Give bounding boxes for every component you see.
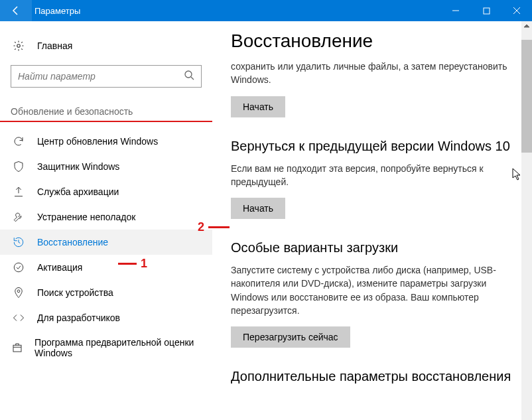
section-desc: Запустите систему с устройства либо диск… [231,263,513,317]
svg-point-3 [14,263,23,272]
sidebar-item-label: Программа предварительной оценки Windows [34,337,202,358]
sidebar-item-label: Активация [37,262,82,273]
svg-point-1 [17,44,21,48]
sidebar-item-activation[interactable]: Активация [0,255,212,280]
sidebar-item-insider[interactable]: Программа предварительной оценки Windows [0,330,212,365]
title-bar: Параметры [0,0,532,21]
sidebar: Главная Обновление и безопасность Центр … [0,21,212,420]
svg-rect-5 [13,345,21,352]
section-advanced-startup: Особые варианты загрузки Запустите систе… [231,240,513,348]
search-field[interactable] [18,71,184,82]
content-pane: Восстановление сохранить или удалить лич… [212,21,532,420]
reset-start-button[interactable]: Начать [231,96,285,117]
section-title: Особые варианты загрузки [231,240,513,255]
sidebar-item-update[interactable]: Центр обновления Windows [0,129,212,154]
sidebar-home-label: Главная [37,40,72,51]
section-desc: Если вам не подходит эта версия, попробу… [231,162,513,189]
sidebar-item-label: Восстановление [37,237,108,247]
sidebar-item-backup[interactable]: Служба архивации [0,179,212,204]
svg-point-4 [17,290,20,293]
search-icon [184,70,194,83]
code-icon [11,312,27,324]
scrollbar-thumb[interactable] [521,40,532,153]
page-title: Восстановление [231,31,513,52]
sidebar-item-label: Для разработчиков [37,313,120,323]
section-desc: сохранить или удалить личные файлы, а за… [231,60,513,87]
svg-point-2 [185,71,192,78]
shield-icon [11,161,27,173]
rollback-start-button[interactable]: Начать [231,198,285,219]
sidebar-item-find-device[interactable]: Поиск устройства [0,280,212,305]
window-title: Параметры [32,6,440,16]
sidebar-item-troubleshoot[interactable]: Устранение неполадок [0,204,212,230]
scrollbar-vertical[interactable] [521,21,532,420]
sidebar-item-label: Служба архивации [37,186,119,197]
scroll-up-icon[interactable] [521,21,532,31]
close-button[interactable] [501,0,532,21]
sync-icon [11,135,27,147]
wrench-icon [11,211,27,223]
section-title: Дополнительные параметры восстановления [231,369,513,384]
sidebar-item-developers[interactable]: Для разработчиков [0,305,212,330]
section-title: Вернуться к предыдущей версии Windows 10 [231,139,513,154]
sidebar-item-defender[interactable]: Защитник Windows [0,154,212,179]
sidebar-item-label: Защитник Windows [37,161,119,172]
upload-icon [11,186,27,198]
section-reset-partial: сохранить или удалить личные файлы, а за… [231,60,513,117]
section-previous-version: Вернуться к предыдущей версии Windows 10… [231,139,513,220]
search-input[interactable] [11,65,202,88]
section-more-options: Дополнительные параметры восстановления [231,369,513,384]
svg-rect-0 [484,8,490,14]
sidebar-item-recovery[interactable]: Восстановление [0,230,212,255]
sidebar-home[interactable]: Главная [0,35,212,57]
back-button[interactable] [0,0,32,21]
history-icon [11,236,27,248]
sidebar-category: Обновление и безопасность [0,100,212,122]
maximize-button[interactable] [471,0,501,21]
sidebar-item-label: Устранение неполадок [37,212,135,222]
minimize-button[interactable] [440,0,471,21]
location-icon [11,287,27,299]
gear-icon [11,40,27,52]
check-icon [11,261,27,273]
sidebar-item-label: Центр обновления Windows [37,136,158,147]
box-icon [11,342,24,354]
sidebar-item-label: Поиск устройства [37,287,113,298]
restart-now-button[interactable]: Перезагрузить сейчас [231,326,350,348]
